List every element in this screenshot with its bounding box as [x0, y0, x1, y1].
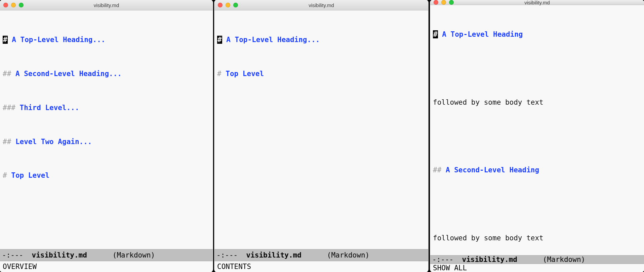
zoom-icon[interactable]	[233, 3, 238, 7]
heading-line[interactable]: ## A Second-Level Heading...	[3, 68, 210, 80]
modeline-buffer: visibility.md	[242, 251, 301, 259]
body-line[interactable]: followed by some body text	[433, 97, 641, 108]
editor-pane-showall: visibility.md # A Top-Level Heading foll…	[430, 0, 644, 272]
heading-line[interactable]: # A Top-Level Heading...	[217, 34, 426, 46]
buffer-area[interactable]: # A Top-Level Heading followed by some b…	[430, 5, 644, 255]
minibuffer-text: CONTENTS	[217, 263, 251, 271]
heading-text: Top Level	[226, 70, 264, 78]
modeline-mode: (Markdown)	[517, 256, 594, 264]
window-title: visibility.md	[0, 2, 213, 8]
heading-text: A Top-Level Heading	[438, 30, 523, 38]
hash-marker-icon: ##	[3, 70, 15, 78]
modeline-status: -:---	[216, 251, 242, 259]
traffic-lights	[430, 0, 454, 5]
heading-text: Top Level	[11, 171, 49, 179]
heading-text: Level Two Again...	[15, 138, 92, 146]
workspace: visibility.md # A Top-Level Heading... #…	[0, 0, 644, 272]
modeline-buffer: visibility.md	[28, 251, 87, 259]
body-text: followed by some body text	[433, 98, 544, 106]
traffic-lights	[214, 3, 238, 7]
hash-marker-icon: ##	[3, 138, 15, 146]
window-title: visibility.md	[430, 0, 644, 5]
editor-pane-contents: visibility.md # A Top-Level Heading... #…	[214, 0, 428, 272]
heading-text: A Second-Level Heading	[446, 166, 539, 174]
traffic-lights	[0, 3, 24, 7]
blank-line[interactable]	[433, 63, 641, 74]
hash-marker-icon: ###	[3, 104, 20, 112]
minibuffer-text: SHOW ALL	[433, 264, 467, 272]
zoom-icon[interactable]	[19, 3, 24, 7]
buffer-area[interactable]: # A Top-Level Heading... ## A Second-Lev…	[0, 10, 213, 249]
heading-text: A Top-Level Heading...	[8, 36, 106, 44]
minibuffer[interactable]: CONTENTS	[214, 261, 428, 272]
heading-line[interactable]: ## A Second-Level Heading	[433, 165, 641, 176]
heading-line[interactable]: # Top Level	[217, 68, 426, 80]
zoom-icon[interactable]	[449, 0, 454, 5]
body-line[interactable]: followed by some body text	[433, 233, 641, 244]
modeline-status: -:---	[2, 251, 28, 259]
minimize-icon[interactable]	[226, 3, 230, 7]
body-text: followed by some body text	[433, 234, 544, 242]
cursor-hash-icon: #	[3, 36, 8, 44]
minibuffer-text: OVERVIEW	[3, 263, 37, 271]
blank-line[interactable]	[433, 199, 641, 210]
modeline[interactable]: -:--- visibility.md (Markdown)	[214, 249, 428, 261]
window-title: visibility.md	[214, 2, 428, 8]
heading-line[interactable]: ### Third Level...	[3, 102, 210, 114]
titlebar[interactable]: visibility.md	[214, 0, 428, 10]
buffer-area[interactable]: # A Top-Level Heading... # Top Level	[214, 10, 428, 249]
minibuffer[interactable]: SHOW ALL	[430, 264, 644, 272]
heading-text: Third Level...	[20, 104, 79, 112]
blank-line[interactable]	[433, 131, 641, 142]
cursor-hash-icon: #	[217, 36, 222, 44]
close-icon[interactable]	[218, 3, 223, 7]
modeline-buffer: visibility.md	[458, 256, 517, 264]
modeline-mode: (Markdown)	[87, 251, 164, 259]
heading-text: A Second-Level Heading...	[15, 70, 122, 78]
modeline[interactable]: -:--- visibility.md (Markdown)	[430, 255, 644, 264]
heading-line[interactable]: # A Top-Level Heading...	[3, 34, 210, 46]
modeline-mode: (Markdown)	[301, 251, 378, 259]
hash-marker-icon: ##	[433, 166, 446, 174]
editor-pane-overview: visibility.md # A Top-Level Heading... #…	[0, 0, 213, 272]
minimize-icon[interactable]	[441, 0, 446, 5]
modeline[interactable]: -:--- visibility.md (Markdown)	[0, 249, 213, 261]
hash-marker-icon: #	[217, 70, 226, 78]
titlebar[interactable]: visibility.md	[430, 0, 644, 5]
minimize-icon[interactable]	[11, 3, 16, 7]
close-icon[interactable]	[434, 0, 438, 5]
titlebar[interactable]: visibility.md	[0, 0, 213, 10]
minibuffer[interactable]: OVERVIEW	[0, 261, 213, 272]
close-icon[interactable]	[3, 3, 8, 7]
heading-line[interactable]: # Top Level	[3, 170, 210, 181]
modeline-status: -:---	[432, 256, 458, 264]
heading-text: A Top-Level Heading...	[222, 36, 320, 44]
heading-line[interactable]: # A Top-Level Heading	[433, 29, 641, 40]
cursor-hash-icon: #	[433, 30, 438, 38]
hash-marker-icon: #	[3, 171, 11, 179]
heading-line[interactable]: ## Level Two Again...	[3, 136, 210, 148]
